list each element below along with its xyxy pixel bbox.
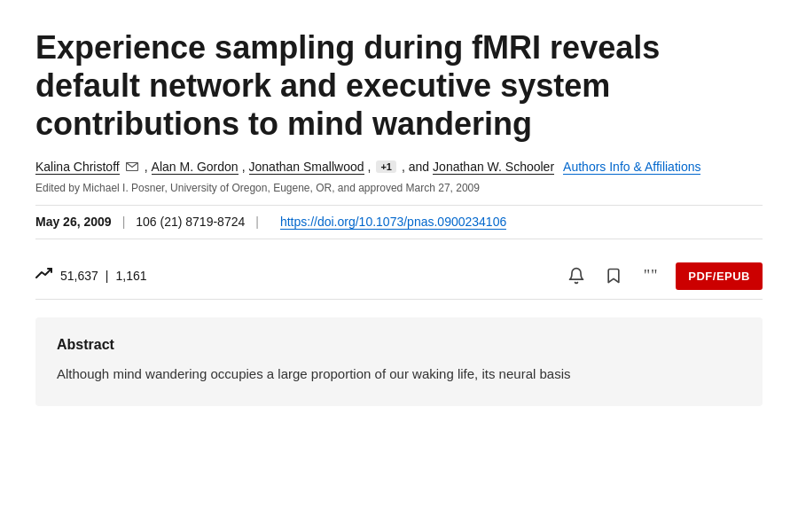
- plus-authors-badge[interactable]: +1: [376, 160, 396, 173]
- article-title: Experience sampling during fMRI reveals …: [35, 28, 763, 144]
- bookmark-button[interactable]: [601, 263, 626, 288]
- pdf-epub-button[interactable]: PDF/EPUB: [676, 262, 763, 290]
- metrics-separator: |: [106, 269, 109, 283]
- abstract-title: Abstract: [57, 337, 741, 353]
- doi-link[interactable]: https://doi.org/10.1073/pnas.0900234106: [280, 215, 506, 230]
- abstract-text: Although mind wandering occupies a large…: [57, 364, 741, 385]
- quote-icon: " ": [642, 267, 660, 285]
- cite-button[interactable]: " ": [638, 263, 663, 288]
- article-date: May 26, 2009: [35, 215, 112, 229]
- meta-separator-2: |: [255, 215, 259, 229]
- meta-separator-1: |: [122, 215, 126, 229]
- svg-text:": ": [651, 267, 657, 285]
- metrics-actions-bar: 51,637 | 1,161 " ": [35, 254, 763, 300]
- author-alan-gordon[interactable]: Alan M. Gordon: [152, 160, 239, 175]
- author-kalina-christoff[interactable]: Kalina Christoff: [35, 160, 120, 175]
- article-volume: 106 (21) 8719-8724: [136, 215, 245, 229]
- metrics-left: 51,637 | 1,161: [35, 267, 147, 285]
- abstract-section: Abstract Although mind wandering occupie…: [35, 317, 763, 406]
- meta-line: May 26, 2009 | 106 (21) 8719-8724 | http…: [35, 205, 763, 239]
- svg-text:": ": [644, 267, 650, 285]
- comma-separator-1: ,: [145, 160, 148, 174]
- comma-separator-3: ,: [368, 160, 372, 174]
- edited-line: Edited by Michael I. Posner, University …: [35, 182, 763, 194]
- author-jonathan-smallwood[interactable]: Jonathan Smallwood: [249, 160, 364, 175]
- citations-count: 51,637: [60, 269, 98, 283]
- bell-icon: [567, 267, 585, 285]
- comma-separator-2: ,: [242, 160, 246, 174]
- email-icon: [126, 162, 138, 171]
- author-jonathan-schooler[interactable]: Jonathan W. Schooler: [433, 160, 554, 175]
- bookmark-icon: [605, 267, 622, 285]
- and-text: , and: [402, 160, 429, 174]
- authors-line: Kalina Christoff , Alan M. Gordon , Jona…: [35, 160, 763, 175]
- trending-icon: [35, 267, 53, 285]
- page-container: Experience sampling during fMRI reveals …: [0, 0, 798, 532]
- authors-info-affiliations-link[interactable]: Authors Info & Affiliations: [563, 160, 700, 175]
- altmetric-count: 1,161: [115, 269, 146, 283]
- alert-button[interactable]: [564, 263, 589, 288]
- metrics-actions-right: " " PDF/EPUB: [564, 262, 763, 290]
